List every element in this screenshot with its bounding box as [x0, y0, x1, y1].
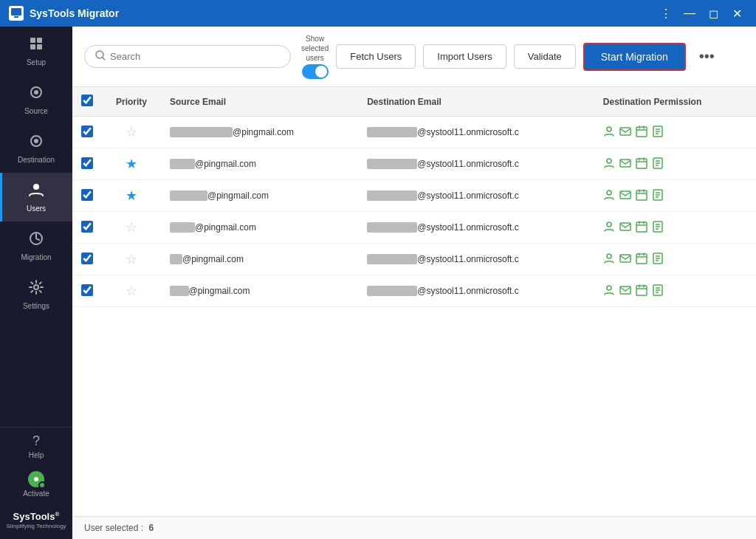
search-box[interactable]: [84, 45, 291, 68]
more-options-button[interactable]: •••: [693, 45, 721, 68]
fetch-users-button[interactable]: Fetch Users: [336, 44, 416, 69]
toggle-label: Showselectedusers: [301, 34, 329, 63]
user-selected-count: 6: [148, 523, 154, 533]
sidebar-item-migration[interactable]: Migration: [0, 222, 72, 270]
table-row: ☆██@pingmail.com████████@systool11.onmic…: [72, 244, 756, 275]
row-checkbox[interactable]: [81, 284, 93, 296]
row-checkbox[interactable]: [81, 126, 93, 137]
star-icon[interactable]: ★: [126, 157, 137, 171]
row-source-email: ██████@pingmail.com: [161, 180, 358, 212]
users-table: Priority Source Email Destination Email …: [72, 87, 756, 307]
star-icon[interactable]: ★: [126, 188, 137, 203]
person-icon[interactable]: [603, 157, 615, 171]
svg-point-16: [607, 127, 611, 131]
svg-point-7: [34, 90, 38, 95]
email-icon[interactable]: [619, 253, 631, 267]
email-icon[interactable]: [619, 189, 631, 203]
task-icon[interactable]: [652, 284, 664, 298]
email-icon[interactable]: [619, 157, 631, 171]
users-label: Users: [27, 205, 46, 213]
svg-rect-5: [37, 44, 42, 49]
row-destination-email: ████████@systool11.onmicrosoft.c: [358, 117, 594, 148]
row-checkbox[interactable]: [81, 221, 93, 233]
task-icon[interactable]: [652, 126, 664, 140]
row-checkbox-cell: [72, 180, 102, 212]
person-icon[interactable]: [603, 284, 615, 298]
app-icon: [9, 6, 24, 21]
close-button[interactable]: ✕: [726, 3, 747, 24]
email-icon[interactable]: [619, 284, 631, 298]
row-priority-cell: ☆: [102, 117, 161, 148]
calendar-icon[interactable]: [636, 253, 647, 267]
users-icon: [28, 182, 44, 202]
row-permission-cell: [594, 275, 756, 307]
sidebar-item-help[interactable]: ? Help: [0, 428, 72, 465]
show-selected-toggle[interactable]: [302, 64, 329, 79]
person-icon[interactable]: [603, 126, 615, 140]
sidebar-item-source[interactable]: Source: [0, 75, 72, 124]
sidebar-item-users[interactable]: Users: [0, 173, 72, 222]
email-icon[interactable]: [619, 126, 631, 140]
person-icon[interactable]: [603, 253, 615, 267]
status-bar: User selected : 6: [72, 516, 756, 539]
svg-point-46: [607, 222, 611, 227]
brand-sub: Simplifying Technology: [6, 523, 66, 530]
show-selected-toggle-group: Showselectedusers: [301, 34, 329, 79]
row-checkbox-cell: [72, 212, 102, 244]
row-checkbox[interactable]: [81, 157, 93, 169]
task-icon[interactable]: [652, 189, 664, 203]
row-checkbox[interactable]: [81, 189, 93, 201]
calendar-icon[interactable]: [636, 189, 647, 203]
header-priority: Priority: [102, 87, 161, 117]
row-priority-cell: ☆: [102, 212, 161, 244]
sidebar-bottom: ? Help Activate SysTools® Simplifying Te…: [0, 427, 72, 539]
start-migration-button[interactable]: Start Migration: [583, 43, 686, 71]
header-checkbox-cell: [72, 87, 102, 117]
star-icon[interactable]: ☆: [126, 284, 137, 298]
row-destination-email: ████████@systool11.onmicrosoft.c: [358, 180, 594, 212]
maximize-button[interactable]: ◻: [703, 3, 724, 24]
calendar-icon[interactable]: [636, 221, 647, 235]
svg-rect-18: [636, 127, 647, 137]
row-checkbox[interactable]: [81, 253, 93, 264]
svg-point-13: [34, 477, 38, 481]
svg-rect-0: [11, 8, 21, 16]
table-row: ☆████@pingmail.com████████@systool11.onm…: [72, 212, 756, 244]
sidebar-item-activate[interactable]: Activate: [0, 465, 72, 504]
person-icon[interactable]: [603, 189, 615, 203]
star-icon[interactable]: ☆: [126, 252, 137, 267]
validate-button[interactable]: Validate: [514, 44, 576, 69]
sidebar-item-setup[interactable]: Setup: [0, 27, 72, 75]
task-icon[interactable]: [652, 253, 664, 267]
select-all-checkbox[interactable]: [81, 95, 93, 106]
settings-icon: [28, 279, 44, 299]
calendar-icon[interactable]: [636, 126, 647, 140]
sidebar-item-settings[interactable]: Settings: [0, 270, 72, 319]
active-indicator: [0, 173, 2, 222]
row-priority-cell: ★: [102, 180, 161, 212]
menu-button[interactable]: ⋮: [656, 3, 676, 24]
svg-point-9: [34, 139, 38, 143]
email-icon[interactable]: [619, 221, 631, 235]
calendar-icon[interactable]: [636, 157, 647, 171]
svg-rect-4: [30, 44, 35, 49]
activate-label: Activate: [23, 490, 49, 498]
row-checkbox-cell: [72, 117, 102, 148]
row-permission-cell: [594, 180, 756, 212]
row-priority-cell: ☆: [102, 275, 161, 307]
row-source-email: ████@pingmail.com: [161, 212, 358, 244]
minimize-button[interactable]: —: [679, 3, 700, 24]
task-icon[interactable]: [652, 157, 664, 171]
calendar-icon[interactable]: [636, 284, 647, 298]
svg-point-26: [607, 159, 611, 163]
svg-rect-10: [33, 184, 39, 190]
row-priority-cell: ★: [102, 148, 161, 180]
import-users-button[interactable]: Import Users: [423, 44, 506, 69]
person-icon[interactable]: [603, 221, 615, 235]
sidebar-item-destination[interactable]: Destination: [0, 124, 72, 173]
row-permission-cell: [594, 117, 756, 148]
search-input[interactable]: [110, 51, 280, 62]
star-icon[interactable]: ☆: [126, 220, 137, 235]
star-icon[interactable]: ☆: [126, 125, 137, 140]
task-icon[interactable]: [652, 221, 664, 235]
